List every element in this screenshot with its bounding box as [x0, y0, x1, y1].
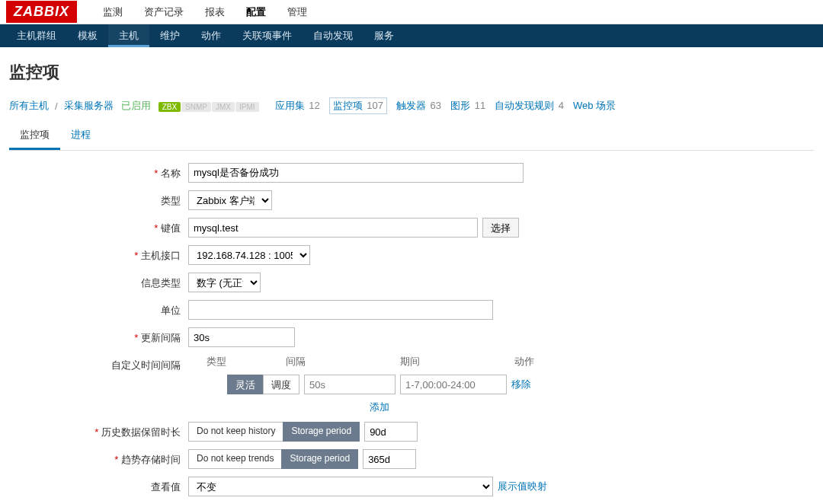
bc-status: 已启用 — [121, 99, 151, 113]
label-name: 名称 — [9, 163, 188, 180]
bc-triggers[interactable]: 触发器 63 — [396, 99, 441, 113]
topnav-inventory[interactable]: 资产记录 — [133, 0, 194, 25]
bc-graphs[interactable]: 图形 11 — [450, 99, 485, 113]
subnav-hostgroups[interactable]: 主机群组 — [6, 24, 67, 47]
select-showval[interactable]: 不变 — [188, 477, 493, 496]
top-nav: ZABBIX 监测 资产记录 报表 配置 管理 — [0, 0, 823, 24]
input-key[interactable] — [188, 218, 478, 238]
topnav-admin[interactable]: 管理 — [277, 0, 318, 25]
input-trends[interactable] — [363, 449, 416, 469]
history-storage[interactable]: Storage period — [283, 422, 360, 442]
customint-header: 类型 间隔 期间 动作 — [207, 355, 552, 368]
input-customint-interval[interactable] — [304, 375, 395, 394]
sub-nav: 主机群组 模板 主机 维护 动作 关联项事件 自动发现 服务 — [0, 24, 823, 47]
label-history: 历史数据保留时长 — [9, 422, 188, 439]
bc-discovery[interactable]: 自动发现规则 4 — [495, 99, 564, 113]
subnav-discovery[interactable]: 自动发现 — [303, 24, 363, 47]
label-trends: 趋势存储时间 — [9, 449, 188, 467]
subnav-actions[interactable]: 动作 — [191, 24, 232, 47]
select-type[interactable]: Zabbix 客户端 — [188, 190, 272, 210]
topnav-reports[interactable]: 报表 — [194, 0, 235, 25]
topnav-config[interactable]: 配置 — [235, 0, 277, 25]
page-title: 监控项 — [0, 47, 823, 94]
customint-remove[interactable]: 移除 — [511, 378, 531, 391]
tab-process[interactable]: 进程 — [60, 122, 101, 150]
subnav-correlation[interactable]: 关联项事件 — [232, 24, 303, 47]
history-nokeep[interactable]: Do not keep history — [188, 422, 283, 442]
trends-nokeep[interactable]: Do not keep trends — [188, 449, 282, 469]
seg-flexible[interactable]: 灵活 — [227, 375, 264, 394]
customint-type-seg: 灵活 调度 — [227, 375, 299, 394]
label-type: 类型 — [9, 190, 188, 208]
bc-all-hosts[interactable]: 所有主机 — [9, 99, 49, 113]
history-seg: Do not keep history Storage period — [188, 422, 360, 442]
bc-apps[interactable]: 应用集 12 — [275, 99, 320, 113]
label-infotype: 信息类型 — [9, 273, 188, 290]
breadcrumb: 所有主机 / 采集服务器 已启用 ZBXSNMPJMXIPMI 应用集 12 监… — [0, 94, 823, 122]
select-infotype[interactable]: 数字 (无正负) — [188, 273, 261, 292]
bc-separator: / — [55, 100, 58, 112]
label-hostif: 主机接口 — [9, 245, 188, 263]
label-unit: 单位 — [9, 300, 188, 317]
label-key: 键值 — [9, 218, 188, 235]
subnav-templates[interactable]: 模板 — [67, 24, 108, 47]
badge-ipmi: IPMI — [235, 102, 259, 112]
customint-add[interactable]: 添加 — [370, 400, 389, 414]
logo: ZABBIX — [6, 1, 77, 23]
item-form: 名称 类型 Zabbix 客户端 键值 选择 主机接口 192.168.74.1… — [0, 151, 579, 504]
select-hostif[interactable]: 192.168.74.128 : 10050 — [188, 245, 310, 265]
input-history[interactable] — [364, 422, 418, 442]
tabs: 监控项 进程 — [9, 122, 814, 151]
input-updateint[interactable] — [188, 327, 295, 347]
bc-badges: ZBXSNMPJMXIPMI — [159, 100, 260, 112]
label-showval: 查看值 — [9, 477, 188, 494]
seg-scheduled[interactable]: 调度 — [263, 375, 299, 394]
topnav-monitor[interactable]: 监测 — [92, 0, 133, 25]
input-customint-period[interactable] — [400, 375, 507, 394]
key-select-button[interactable]: 选择 — [482, 218, 519, 238]
label-updateint: 更新间隔 — [9, 327, 188, 345]
input-name[interactable] — [188, 163, 524, 183]
trends-seg: Do not keep trends Storage period — [188, 449, 358, 469]
trends-storage[interactable]: Storage period — [281, 449, 358, 469]
badge-zbx: ZBX — [159, 102, 181, 112]
badge-snmp: SNMP — [181, 102, 211, 112]
bc-web[interactable]: Web 场景 — [573, 99, 616, 113]
subnav-hosts[interactable]: 主机 — [108, 24, 149, 47]
subnav-services[interactable]: 服务 — [363, 24, 405, 47]
bc-items[interactable]: 监控项 107 — [329, 97, 387, 114]
input-unit[interactable] — [188, 300, 493, 320]
badge-jmx: JMX — [212, 102, 235, 112]
showval-mapping-link[interactable]: 展示值映射 — [498, 480, 547, 493]
subnav-maintenance[interactable]: 维护 — [149, 24, 191, 47]
topnav-items: 监测 资产记录 报表 配置 管理 — [92, 0, 318, 25]
tab-item[interactable]: 监控项 — [9, 122, 60, 150]
label-customint: 自定义时间间隔 — [9, 355, 188, 372]
bc-host[interactable]: 采集服务器 — [64, 99, 114, 113]
